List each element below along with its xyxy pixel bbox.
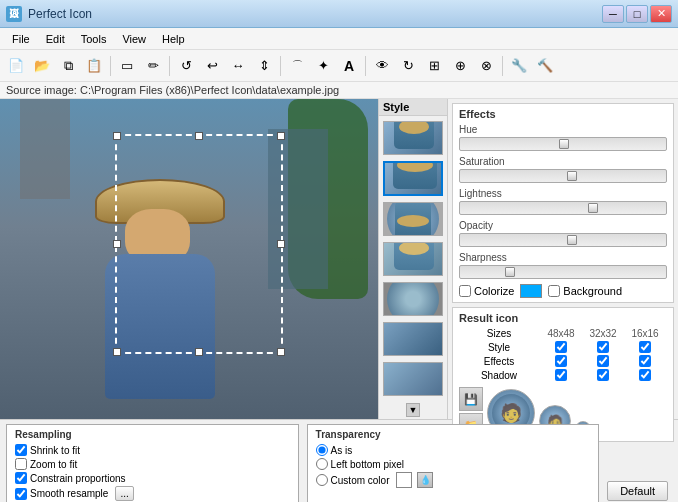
- sharpness-label: Sharpness: [459, 252, 667, 263]
- sharpness-row: Sharpness: [459, 252, 667, 279]
- effects-section: Effects Hue Saturation Lightness: [452, 103, 674, 303]
- opacity-label: Opacity: [459, 220, 667, 231]
- redo-button[interactable]: ↔: [226, 54, 250, 78]
- effects-check-16[interactable]: [625, 355, 665, 367]
- export-button[interactable]: ⊗: [474, 54, 498, 78]
- magic-wand-button[interactable]: ✦: [311, 54, 335, 78]
- default-button[interactable]: Default: [607, 481, 668, 501]
- constrain-prop-checkbox[interactable]: [15, 472, 27, 484]
- copy-button[interactable]: ⧉: [56, 54, 80, 78]
- tool2-button[interactable]: 🔨: [533, 54, 557, 78]
- save-48-btn[interactable]: 💾: [459, 387, 483, 411]
- left-bottom-pixel-radio[interactable]: [316, 458, 328, 470]
- canvas-area[interactable]: [0, 99, 378, 419]
- saturation-row: Saturation: [459, 156, 667, 183]
- style-check-32[interactable]: [583, 341, 623, 353]
- eyedropper-button[interactable]: 💧: [417, 472, 433, 488]
- result-icon-title: Result icon: [459, 312, 667, 324]
- select-button[interactable]: ▭: [115, 54, 139, 78]
- person-area: [90, 179, 230, 399]
- paste-button[interactable]: 📋: [82, 54, 106, 78]
- style-check-16[interactable]: [625, 341, 665, 353]
- eye-button[interactable]: 👁: [370, 54, 394, 78]
- smooth-resample-row: Smooth resample ...: [15, 486, 290, 501]
- undo-button[interactable]: ↩: [200, 54, 224, 78]
- hue-thumb[interactable]: [559, 139, 569, 149]
- style-thumb-3[interactable]: [383, 202, 443, 236]
- opacity-slider[interactable]: [459, 233, 667, 247]
- sep4: [365, 56, 366, 76]
- custom-color-swatch[interactable]: [396, 472, 412, 488]
- style-thumb-6[interactable]: [383, 322, 443, 356]
- refresh-button[interactable]: ↻: [396, 54, 420, 78]
- text-button[interactable]: A: [337, 54, 361, 78]
- minimize-button[interactable]: ─: [602, 5, 624, 23]
- shrink-to-fit-checkbox[interactable]: [15, 444, 27, 456]
- rotate-left-button[interactable]: ↺: [174, 54, 198, 78]
- sep5: [502, 56, 503, 76]
- menu-help[interactable]: Help: [154, 31, 193, 47]
- tool1-button[interactable]: 🔧: [507, 54, 531, 78]
- maximize-button[interactable]: □: [626, 5, 648, 23]
- custom-color-radio[interactable]: [316, 474, 328, 486]
- as-is-radio[interactable]: [316, 444, 328, 456]
- sharpness-thumb[interactable]: [505, 267, 515, 277]
- body-shape: [105, 254, 215, 399]
- lightness-slider[interactable]: [459, 201, 667, 215]
- style-thumb-1[interactable]: [383, 121, 443, 155]
- menu-tools[interactable]: Tools: [73, 31, 115, 47]
- lightness-thumb[interactable]: [588, 203, 598, 213]
- menu-file[interactable]: File: [4, 31, 38, 47]
- source-label: Source image: C:\Program Files (x86)\Per…: [0, 82, 678, 99]
- smooth-resample-options-btn[interactable]: ...: [115, 486, 133, 501]
- bg-element2: [20, 99, 70, 199]
- menu-bar: File Edit Tools View Help: [0, 28, 678, 50]
- new-button[interactable]: 📄: [4, 54, 28, 78]
- pencil-button[interactable]: ✏: [141, 54, 165, 78]
- colorize-bg-row: Colorize Background: [459, 284, 667, 298]
- open-button[interactable]: 📂: [30, 54, 54, 78]
- window-title: Perfect Icon: [28, 7, 602, 21]
- smooth-resample-label: Smooth resample: [30, 488, 108, 499]
- lasso-button[interactable]: ⌒: [285, 54, 309, 78]
- shadow-check-48[interactable]: [541, 369, 581, 381]
- shrink-to-fit-row: Shrink to fit: [15, 444, 290, 456]
- left-bottom-pixel-row: Left bottom pixel: [316, 458, 591, 470]
- import-button[interactable]: ⊕: [448, 54, 472, 78]
- saturation-thumb[interactable]: [567, 171, 577, 181]
- flip-button[interactable]: ⇕: [252, 54, 276, 78]
- background-checkbox[interactable]: [548, 285, 560, 297]
- style-thumb-4[interactable]: [383, 242, 443, 276]
- color-swatch[interactable]: [520, 284, 542, 298]
- constrain-prop-label: Constrain proportions: [30, 473, 126, 484]
- zoom-to-fit-checkbox[interactable]: [15, 458, 27, 470]
- hue-row: Hue: [459, 124, 667, 151]
- colorize-checkbox[interactable]: [459, 285, 471, 297]
- close-button[interactable]: ✕: [650, 5, 672, 23]
- size-32: 32x32: [583, 328, 623, 339]
- lightness-label: Lightness: [459, 188, 667, 199]
- style-thumb-7[interactable]: [383, 362, 443, 396]
- crop-button[interactable]: ⊞: [422, 54, 446, 78]
- style-thumb-5[interactable]: [383, 282, 443, 316]
- scroll-down-button[interactable]: ▼: [406, 403, 420, 417]
- background-label: Background: [563, 285, 622, 297]
- shadow-check-32[interactable]: [583, 369, 623, 381]
- saturation-slider[interactable]: [459, 169, 667, 183]
- shadow-check-16[interactable]: [625, 369, 665, 381]
- colorize-checkbox-row: Colorize: [459, 285, 514, 297]
- hue-slider[interactable]: [459, 137, 667, 151]
- menu-view[interactable]: View: [114, 31, 154, 47]
- style-thumb-2[interactable]: [383, 161, 443, 196]
- effects-check-32[interactable]: [583, 355, 623, 367]
- style-check-48[interactable]: [541, 341, 581, 353]
- sharpness-slider[interactable]: [459, 265, 667, 279]
- window-controls: ─ □ ✕: [602, 5, 672, 23]
- menu-edit[interactable]: Edit: [38, 31, 73, 47]
- style-panel: Style: [378, 99, 448, 419]
- bottom-right: Default: [607, 424, 672, 502]
- opacity-thumb[interactable]: [567, 235, 577, 245]
- effects-check-48[interactable]: [541, 355, 581, 367]
- result-icon-section: Result icon Sizes 48x48 32x32 16x16 Styl…: [452, 307, 674, 442]
- smooth-resample-checkbox[interactable]: [15, 488, 27, 500]
